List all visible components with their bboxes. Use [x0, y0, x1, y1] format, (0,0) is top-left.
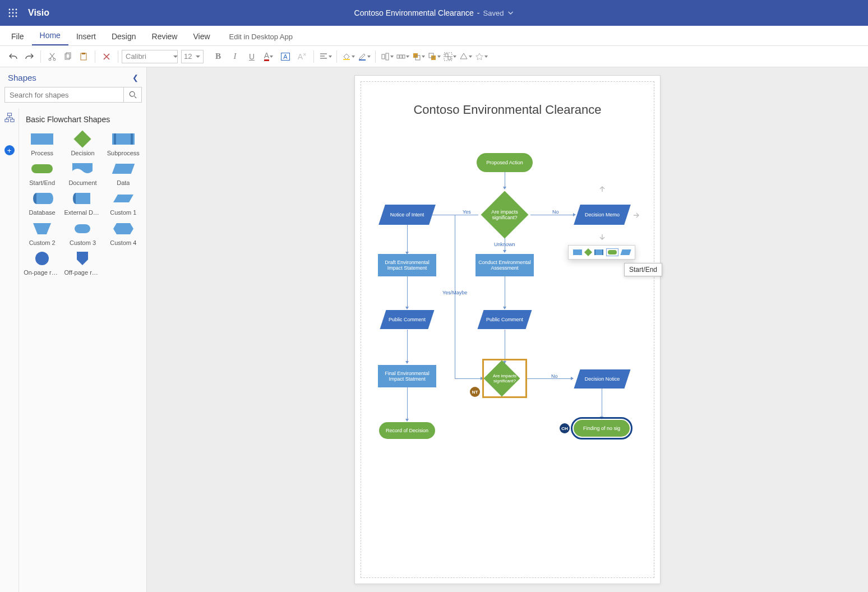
align-button[interactable]: [317, 49, 333, 64]
mini-shape-startend[interactable]: [607, 249, 618, 256]
connector[interactable]: [505, 330, 505, 363]
stencil-shape-data[interactable]: Data: [104, 161, 143, 187]
shape-public-comment-right[interactable]: Public Comment: [481, 310, 529, 329]
undo-button[interactable]: [6, 49, 21, 64]
connector[interactable]: [430, 215, 455, 215]
mini-shape-process[interactable]: [573, 249, 582, 255]
tab-home[interactable]: Home: [32, 26, 68, 45]
drawing-page[interactable]: Contoso Environmental Clearance: [354, 75, 661, 584]
fill-color-button[interactable]: [340, 49, 356, 64]
svg-point-7: [12, 16, 14, 17]
app-launcher-button[interactable]: [0, 0, 26, 26]
mini-shape-decision[interactable]: [585, 249, 591, 255]
connector[interactable]: [530, 215, 575, 215]
stencil-shape-database[interactable]: Database: [22, 191, 62, 216]
autoconnect-up-icon[interactable]: [597, 186, 607, 192]
autoconnect-down-icon[interactable]: [597, 234, 607, 240]
clear-format-button[interactable]: A✕: [294, 49, 310, 64]
canvas-area[interactable]: Contoso Environmental Clearance: [147, 67, 868, 592]
stencil-shape-cust3[interactable]: Custom 3: [63, 221, 102, 247]
shape-impacts-1[interactable]: Are impacts significant?: [488, 198, 521, 232]
group-button[interactable]: [442, 49, 458, 64]
change-shape-button[interactable]: [458, 49, 473, 64]
stencil-shape-cust2[interactable]: Custom 2: [22, 221, 62, 247]
connector[interactable]: [602, 388, 602, 419]
edit-in-desktop-button[interactable]: Edit in Desktop App: [229, 33, 293, 45]
redo-button[interactable]: [21, 49, 37, 64]
bold-button[interactable]: B: [210, 49, 226, 64]
stencil-flowchart-button[interactable]: [3, 112, 16, 124]
tab-view[interactable]: View: [185, 27, 218, 45]
quick-shape-tooltip: Start/End: [624, 263, 662, 276]
tab-review[interactable]: Review: [144, 27, 186, 45]
position-button[interactable]: [395, 49, 410, 64]
group-icon: [444, 52, 453, 61]
document-title-button[interactable]: Contoso Environmental Clearance - Saved: [354, 8, 514, 17]
connector[interactable]: [407, 276, 408, 309]
italic-icon: I: [234, 52, 237, 61]
shape-public-comment-left[interactable]: Public Comment: [383, 310, 431, 329]
send-back-button[interactable]: [426, 49, 442, 64]
font-color-button[interactable]: A: [261, 49, 276, 64]
shape-record-decision[interactable]: Record of Decision: [379, 422, 435, 439]
connector[interactable]: [505, 172, 505, 189]
stencil-shape-decision[interactable]: Decision: [63, 132, 102, 157]
stencil-shape-process[interactable]: Process: [22, 132, 62, 157]
stencil-shape-subprocess[interactable]: Subprocess: [104, 132, 143, 157]
collapse-shapes-button[interactable]: ❮: [132, 73, 138, 82]
connector[interactable]: [407, 387, 408, 421]
mini-shape-data[interactable]: [621, 249, 630, 255]
tab-file[interactable]: File: [3, 27, 32, 45]
shape-conduct-ea[interactable]: Conduct Environmental Assessment: [475, 254, 534, 276]
stencil-shape-onpage[interactable]: On-page ref…: [22, 251, 62, 276]
stencil-shape-startend[interactable]: Start/End: [22, 161, 62, 187]
stencil-shape-extdata[interactable]: External Data: [63, 191, 102, 216]
bring-front-button[interactable]: [410, 49, 426, 64]
font-size-select[interactable]: [181, 50, 204, 63]
connector[interactable]: [407, 330, 408, 363]
shapes-search-input[interactable]: [4, 87, 124, 103]
shape-draft-eis[interactable]: Draft Environmental Impact Statement: [378, 254, 436, 276]
coauthor-badge-ch[interactable]: CH: [560, 423, 570, 433]
text-highlight-button[interactable]: A: [278, 49, 293, 64]
cut-button[interactable]: [44, 49, 60, 64]
autoconnect-right-icon[interactable]: [633, 211, 640, 219]
line-color-button[interactable]: [356, 49, 372, 64]
font-family-select[interactable]: [122, 50, 178, 63]
shape-decision-notice[interactable]: Decision Notice: [577, 369, 627, 388]
edge-label-no2: No: [551, 373, 558, 379]
shape-finding[interactable]: Finding of no sig: [574, 420, 630, 437]
svg-rect-21: [403, 55, 405, 58]
copy-button[interactable]: [60, 49, 76, 64]
align-shapes-button[interactable]: [379, 49, 395, 64]
app-name: Visio: [28, 8, 49, 18]
add-stencil-button[interactable]: +: [4, 145, 15, 155]
stencil-shape-cust1[interactable]: Custom 1: [104, 191, 143, 216]
mini-shape-subprocess[interactable]: [594, 249, 603, 255]
ribbon-tabs: File Home Insert Design Review View Edit…: [0, 26, 868, 46]
stencil-shape-offpage[interactable]: Off-page ref…: [63, 251, 102, 276]
connector[interactable]: [455, 215, 455, 378]
underline-button[interactable]: U: [244, 49, 260, 64]
italic-button[interactable]: I: [227, 49, 243, 64]
connector[interactable]: [455, 378, 483, 379]
svg-rect-28: [448, 57, 451, 59]
svg-point-2: [16, 9, 17, 11]
shape-decision-memo[interactable]: Decision Memo: [577, 205, 627, 225]
stencil-shape-document[interactable]: Document: [63, 161, 102, 187]
shapes-search-button[interactable]: [124, 87, 142, 103]
coauthor-badge-nt[interactable]: NT: [470, 387, 480, 397]
shape-impacts-2[interactable]: Are impacts significant?: [485, 362, 524, 395]
shape-proposed-action[interactable]: Proposed Action: [477, 153, 533, 172]
connector[interactable]: [407, 225, 408, 254]
paste-button[interactable]: [76, 49, 91, 64]
tab-design[interactable]: Design: [104, 27, 144, 45]
tab-insert[interactable]: Insert: [68, 27, 104, 45]
shape-final-eis[interactable]: Final Environmental Impact Statment: [378, 365, 436, 387]
delete-button[interactable]: [99, 49, 114, 64]
shape-styles-button[interactable]: [473, 49, 489, 64]
shape-notice-intent[interactable]: Notice of Intent: [382, 205, 432, 225]
stencil-shape-cust4[interactable]: Custom 4: [104, 221, 143, 247]
connector[interactable]: [527, 378, 573, 379]
connector[interactable]: [505, 275, 505, 309]
